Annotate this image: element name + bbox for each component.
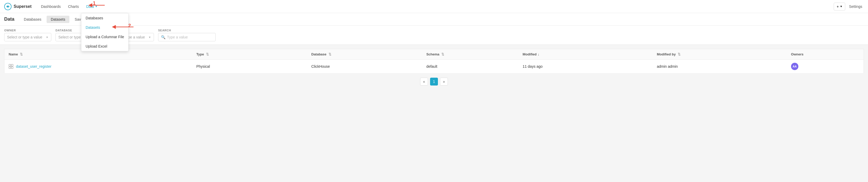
- owner-filter-select[interactable]: Select or type a value ▼: [4, 33, 51, 41]
- type-filter-arrow-icon: ▼: [148, 36, 151, 39]
- logo-text: Superset: [13, 4, 31, 9]
- datasets-table: Name ⇅ Type ⇅ Database ⇅ Schema ⇅: [4, 49, 864, 73]
- superset-logo-icon: [4, 3, 11, 10]
- row-name-cell: dataset_user_register: [4, 60, 192, 73]
- search-input[interactable]: [167, 35, 213, 39]
- prev-page-button[interactable]: «: [420, 78, 428, 85]
- col-owners: Owners: [787, 49, 864, 60]
- sub-nav: Data Databases Datasets Saved Q...: [0, 13, 868, 26]
- svg-point-1: [7, 6, 9, 7]
- next-page-button[interactable]: »: [440, 78, 448, 85]
- name-sort-icon[interactable]: ⇅: [20, 52, 23, 56]
- modified-sort-desc-icon[interactable]: ↓: [538, 52, 539, 56]
- table-header: Name ⇅ Type ⇅ Database ⇅ Schema ⇅: [4, 49, 864, 60]
- col-database: Database ⇅: [307, 49, 422, 60]
- filters-bar: OWNER Select or type a value ▼ DATABASE …: [0, 26, 868, 45]
- dropdown-upload-excel[interactable]: Upload Excel: [82, 42, 128, 51]
- dropdown-upload-columnar[interactable]: Upload a Columnar File: [82, 32, 128, 42]
- dataset-name-link[interactable]: dataset_user_register: [16, 64, 51, 69]
- dropdown-databases[interactable]: Databases: [82, 13, 128, 23]
- row-schema-cell: default: [422, 60, 519, 73]
- database-sort-icon[interactable]: ⇅: [329, 52, 331, 56]
- nav-dashboards[interactable]: Dashboards: [38, 2, 64, 11]
- top-nav: Superset Dashboards Charts Data ▼ + ▼ Se…: [0, 0, 868, 13]
- schema-sort-icon[interactable]: ⇅: [441, 52, 444, 56]
- sub-tab-databases[interactable]: Databases: [20, 16, 45, 23]
- svg-rect-5: [11, 67, 13, 69]
- svg-rect-3: [11, 64, 13, 66]
- row-modified-by-cell: admin admin: [653, 60, 787, 73]
- sub-nav-title: Data: [4, 16, 14, 22]
- svg-rect-2: [9, 64, 11, 66]
- table-body: dataset_user_register Physical ClickHous…: [4, 60, 864, 73]
- nav-charts[interactable]: Charts: [65, 2, 82, 11]
- col-type: Type ⇅: [192, 49, 307, 60]
- search-filter-label: SEARCH: [158, 29, 216, 32]
- col-schema: Schema ⇅: [422, 49, 519, 60]
- search-icon: 🔍: [161, 35, 165, 39]
- sub-tab-datasets[interactable]: Datasets: [46, 16, 69, 23]
- owner-filter-label: OWNER: [4, 29, 51, 32]
- logo-area: Superset: [4, 3, 31, 10]
- type-sort-icon[interactable]: ⇅: [206, 52, 209, 56]
- owner-filter-placeholder: Select or type a value: [7, 35, 45, 39]
- nav-right: + ▼ Settings: [834, 3, 864, 10]
- settings-link[interactable]: Settings: [847, 3, 864, 10]
- search-filter-input-container: 🔍: [158, 33, 216, 41]
- current-page-button[interactable]: 1: [430, 78, 438, 85]
- row-database-cell: ClickHouse: [307, 60, 422, 73]
- col-modified-by: Modified by ⇅: [653, 49, 787, 60]
- owner-avatar: AA: [791, 63, 798, 70]
- row-owners-cell: AA: [787, 60, 864, 73]
- main-content: Name ⇅ Type ⇅ Database ⇅ Schema ⇅: [0, 45, 868, 94]
- add-button[interactable]: + ▼: [834, 3, 845, 10]
- dataset-grid-icon: [9, 64, 13, 69]
- table-row: dataset_user_register Physical ClickHous…: [4, 60, 864, 73]
- search-filter: SEARCH 🔍: [158, 29, 216, 41]
- modified-by-sort-icon[interactable]: ⇅: [678, 52, 681, 56]
- pagination: « 1 »: [4, 73, 864, 90]
- owner-filter-arrow-icon: ▼: [46, 36, 49, 39]
- owner-filter: OWNER Select or type a value ▼: [4, 29, 51, 41]
- nav-data[interactable]: Data ▼: [83, 2, 100, 11]
- svg-rect-4: [9, 67, 11, 69]
- row-modified-cell: 11 days ago: [519, 60, 653, 73]
- nav-links: Dashboards Charts Data ▼: [38, 2, 834, 11]
- col-modified: Modified ↓: [519, 49, 653, 60]
- dropdown-datasets[interactable]: Datasets: [82, 23, 128, 32]
- data-dropdown-menu: Databases Datasets Upload a Columnar Fil…: [81, 13, 128, 51]
- row-type-cell: Physical: [192, 60, 307, 73]
